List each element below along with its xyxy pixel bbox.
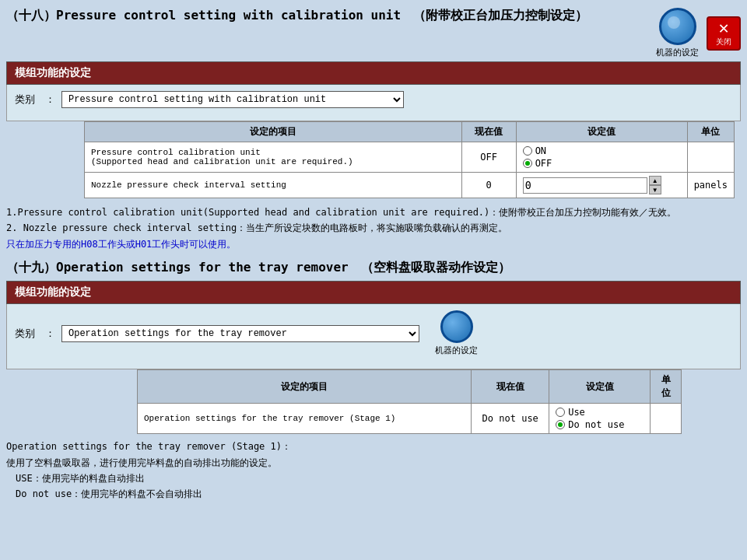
class-label-19: 类别 ： xyxy=(15,327,55,341)
radio-item-use[interactable]: Use xyxy=(556,407,644,418)
table-row-19-0: Operation settings for the tray remover … xyxy=(138,404,682,434)
class-label-18: 类别 ： xyxy=(15,93,55,107)
th-setting-19: 设定值 xyxy=(549,370,651,404)
close-button[interactable]: ✕ 关闭 xyxy=(707,16,741,51)
spin-up-18-1[interactable]: ▲ xyxy=(649,176,661,185)
close-x-icon: ✕ xyxy=(718,19,728,37)
desc-section-19: Operation settings for the tray remover … xyxy=(6,439,741,502)
th-item-19: 设定的项目 xyxy=(138,370,472,404)
spin-input-18-1[interactable] xyxy=(523,177,647,194)
th-current-19: 现在值 xyxy=(472,370,549,404)
settings-table-19: 设定的项目 现在值 设定值 单位 Operation settings for … xyxy=(137,369,682,434)
class-select-18[interactable]: Pressure control setting with calibratio… xyxy=(61,91,404,108)
module-body-19: 类别 ： Operation settings for the tray rem… xyxy=(6,304,741,369)
item-18-1: Nozzle pressure check interval setting xyxy=(85,173,462,198)
setting-18-1: ▲ ▼ xyxy=(516,173,687,198)
section-18-title-row: （十八）Pressure control setting with calibr… xyxy=(6,8,741,58)
class-select-19[interactable]: Operation settings for the tray remover xyxy=(61,325,419,342)
item-18-0: Pressure control calibration unit(Suppor… xyxy=(85,142,462,173)
item-19-0: Operation settings for the tray remover … xyxy=(138,404,472,434)
page-container: （十八）Pressure control setting with calibr… xyxy=(0,0,747,560)
module-body-18: 类别 ： Pressure control setting with calib… xyxy=(6,85,741,121)
radio-label-use: Use xyxy=(568,407,585,418)
section-18-title: （十八）Pressure control setting with calibr… xyxy=(6,8,587,24)
th-current-18: 现在值 xyxy=(461,122,516,142)
radio-circle-ON xyxy=(523,146,532,156)
desc-19-3: Do not use：使用完毕的料盘不会自动排出 xyxy=(6,486,741,502)
settings-table-18: 设定的项目 现在值 设定值 单位 Pressure control calibr… xyxy=(84,121,735,198)
machine-icon-circle-18 xyxy=(659,8,696,45)
desc-section-18: 1.Pressure control calibration unit(Supp… xyxy=(6,205,741,252)
radio-circle-do-not-use xyxy=(556,420,565,429)
section-18: （十八）Pressure control setting with calibr… xyxy=(6,8,741,252)
radio-label-OFF: OFF xyxy=(535,158,552,169)
table-row-18-1: Nozzle pressure check interval setting 0… xyxy=(85,173,735,198)
machine-icon-label-18: 机器的设定 xyxy=(656,47,699,58)
desc-18-0: 1.Pressure control calibration unit(Supp… xyxy=(6,205,741,220)
th-item-18: 设定的项目 xyxy=(85,122,462,142)
section-19: （十九）Operation settings for the tray remo… xyxy=(6,260,741,502)
spin-btns-18-1: ▲ ▼ xyxy=(649,176,661,194)
module-header-19: 模组功能的设定 xyxy=(6,281,741,304)
radio-item-OFF[interactable]: OFF xyxy=(523,158,681,169)
machine-setting-button-19[interactable]: 机器的设定 xyxy=(435,310,478,356)
table-container-18: 设定的项目 现在值 设定值 单位 Pressure control calibr… xyxy=(84,121,735,198)
class-row-18: 类别 ： Pressure control setting with calib… xyxy=(15,91,732,108)
desc-18-2: 只在加压力专用的H08工作头或H01工作头时可以使用。 xyxy=(6,236,741,252)
desc-19-2: USE：使用完毕的料盘自动排出 xyxy=(6,471,741,486)
unit-18-0 xyxy=(687,142,734,173)
class-row-19: 类别 ： Operation settings for the tray rem… xyxy=(15,310,732,356)
current-18-1: 0 xyxy=(461,173,516,198)
setting-18-0: ON OFF xyxy=(516,142,687,173)
top-controls: 机器的设定 ✕ 关闭 xyxy=(640,8,741,58)
radio-group-18-0: ON OFF xyxy=(523,145,681,169)
desc-18-1: 2. Nozzle pressure check interval settin… xyxy=(6,220,741,236)
spin-down-18-1[interactable]: ▼ xyxy=(649,185,661,194)
desc-19-0: Operation settings for the tray remover … xyxy=(6,439,741,454)
unit-19-0 xyxy=(651,404,682,434)
radio-circle-OFF xyxy=(523,159,532,168)
table-container-19: 设定的项目 现在值 设定值 单位 Operation settings for … xyxy=(131,369,679,434)
th-setting-18: 设定值 xyxy=(516,122,687,142)
th-unit-18: 单位 xyxy=(687,122,734,142)
radio-circle-use xyxy=(556,408,565,417)
radio-item-ON[interactable]: ON xyxy=(523,145,681,156)
spin-controls-18-1: ▲ ▼ xyxy=(523,176,681,194)
current-19-0: Do not use xyxy=(472,404,549,434)
machine-icon-label-19: 机器的设定 xyxy=(435,345,478,356)
current-18-0: OFF xyxy=(461,142,516,173)
table-row-18-0: Pressure control calibration unit(Suppor… xyxy=(85,142,735,173)
radio-group-19-0: Use Do not use xyxy=(556,407,644,430)
radio-label-ON: ON xyxy=(535,145,546,156)
close-label: 关闭 xyxy=(716,37,731,47)
module-header-18: 模组功能的设定 xyxy=(6,61,741,85)
th-unit-19: 单位 xyxy=(651,370,682,404)
unit-18-1: panels xyxy=(687,173,734,198)
radio-item-do-not-use[interactable]: Do not use xyxy=(556,419,644,430)
setting-19-0: Use Do not use xyxy=(549,404,651,434)
radio-label-do-not-use: Do not use xyxy=(568,419,624,430)
desc-19-1: 使用了空料盘吸取器，进行使用完毕料盘的自动排出功能的设定。 xyxy=(6,455,741,471)
machine-icon-circle-19 xyxy=(440,310,473,343)
machine-setting-button-18[interactable]: 机器的设定 xyxy=(656,8,699,58)
section-19-title: （十九）Operation settings for the tray remo… xyxy=(6,260,741,276)
